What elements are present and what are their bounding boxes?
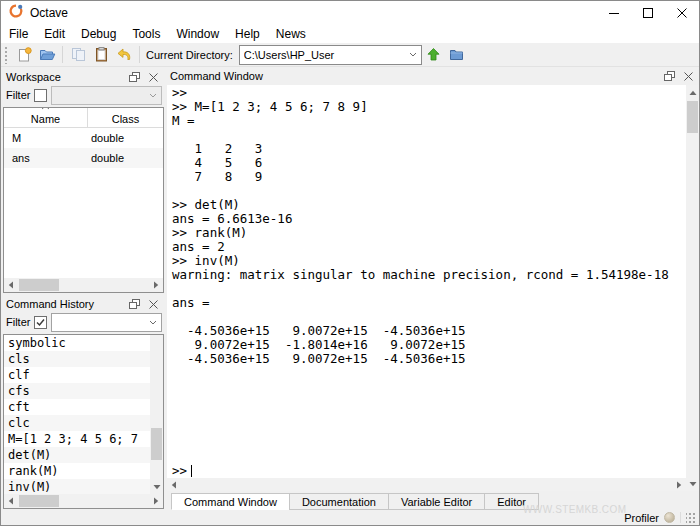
command-output: >> >> M=[1 2 3; 4 5 6; 7 8 9] M = 1 2 3 …: [167, 85, 686, 464]
workspace-filter-combobox[interactable]: [51, 86, 162, 105]
command-history-list: symbolic cls clf cfs cft clc M=[1 2 3; 4…: [3, 334, 164, 509]
history-item[interactable]: inv(M): [4, 479, 150, 494]
history-filter-checkbox[interactable]: [34, 316, 47, 329]
menu-news[interactable]: News: [268, 27, 314, 41]
menu-help[interactable]: Help: [227, 27, 268, 41]
octave-logo-icon: [8, 3, 24, 23]
tab-command-window[interactable]: Command Window: [171, 493, 290, 510]
workspace-panel-header: Workspace: [3, 68, 164, 86]
prompt-symbol: >>: [172, 463, 187, 478]
close-icon[interactable]: [146, 70, 160, 84]
profiler-icon[interactable]: [664, 512, 675, 523]
main-area: Workspace Filter: [1, 67, 699, 510]
history-item[interactable]: cft: [4, 399, 150, 415]
history-filter-combobox[interactable]: [51, 313, 162, 332]
undock-icon[interactable]: [127, 297, 141, 311]
variable-name: M: [4, 132, 88, 144]
command-window-panel-header: Command Window: [167, 67, 699, 85]
history-item[interactable]: clc: [4, 415, 150, 431]
variable-name: ans: [4, 152, 88, 164]
text-cursor: [191, 465, 192, 477]
menu-window[interactable]: Window: [168, 27, 227, 41]
column-header-class[interactable]: Class: [88, 108, 163, 127]
tab-documentation[interactable]: Documentation: [289, 493, 389, 510]
scrollbar-thumb[interactable]: [151, 428, 162, 460]
paste-button[interactable]: [90, 44, 112, 66]
menu-tools[interactable]: Tools: [124, 27, 168, 41]
chevron-down-icon: [145, 93, 161, 98]
workspace-horizontal-scrollbar[interactable]: [4, 278, 163, 292]
table-row[interactable]: M double: [4, 128, 163, 148]
left-dock: Workspace Filter: [1, 67, 165, 510]
command-window-horizontal-scrollbar[interactable]: [167, 478, 686, 491]
scroll-left-icon[interactable]: [4, 278, 18, 292]
workspace-filter-label: Filter: [6, 89, 30, 101]
workspace-title: Workspace: [6, 71, 122, 83]
maximize-button[interactable]: [631, 1, 665, 25]
copy-button[interactable]: [67, 44, 89, 66]
current-directory-combobox[interactable]: C:\Users\HP_User: [239, 45, 422, 65]
scrollbar-thumb[interactable]: [19, 495, 59, 507]
close-icon[interactable]: [146, 297, 160, 311]
resize-grip-icon[interactable]: [686, 512, 696, 524]
current-directory-label: Current Directory:: [146, 49, 233, 61]
command-window-body[interactable]: >> >> M=[1 2 3; 4 5 6; 7 8 9] M = 1 2 3 …: [167, 85, 699, 491]
scrollbar-thumb[interactable]: [19, 279, 59, 291]
directory-up-button[interactable]: [423, 44, 445, 66]
menu-file[interactable]: File: [1, 27, 36, 41]
undock-icon[interactable]: [127, 70, 141, 84]
history-item[interactable]: rank(M): [4, 463, 150, 479]
scroll-left-icon[interactable]: [4, 494, 18, 508]
toolbar-drag-handle[interactable]: [4, 46, 9, 64]
window-title: Octave: [30, 6, 68, 20]
history-items: symbolic cls clf cfs cft clc M=[1 2 3; 4…: [4, 335, 150, 494]
history-item[interactable]: symbolic: [4, 335, 150, 351]
status-separator: [680, 512, 681, 523]
toolbar-separator: [139, 46, 140, 63]
column-header-name[interactable]: Name: [4, 108, 88, 127]
scroll-down-icon[interactable]: [150, 480, 163, 494]
menu-edit[interactable]: Edit: [36, 27, 73, 41]
scrollbar-thumb[interactable]: [687, 101, 698, 133]
workspace-filter-checkbox[interactable]: [34, 89, 47, 102]
octave-window: Octave File Edit Debug Tools Window Help…: [0, 0, 700, 526]
tab-variable-editor[interactable]: Variable Editor: [388, 493, 485, 510]
history-item[interactable]: M=[1 2 3; 4 5 6; 7: [4, 431, 150, 447]
menu-bar: File Edit Debug Tools Window Help News: [1, 25, 699, 43]
current-directory-value: C:\Users\HP_User: [244, 49, 405, 61]
command-window-dock: Command Window >> >> M=[1 2 3; 4 5 6; 7 …: [167, 67, 699, 510]
checkmark-icon: [36, 318, 45, 327]
minimize-button[interactable]: [597, 1, 631, 25]
profiler-label: Profiler: [624, 512, 659, 524]
history-horizontal-scrollbar[interactable]: [4, 494, 163, 508]
watermark: WWW.STEMKB.COM: [523, 504, 626, 515]
scroll-up-icon[interactable]: [686, 86, 699, 100]
variable-class: double: [88, 132, 163, 144]
scroll-right-icon[interactable]: [672, 478, 686, 492]
history-item[interactable]: cls: [4, 351, 150, 367]
scroll-left-icon[interactable]: [167, 478, 181, 492]
chevron-down-icon[interactable]: [145, 320, 161, 325]
chevron-down-icon[interactable]: [405, 52, 421, 57]
browse-directory-button[interactable]: [446, 44, 468, 66]
undock-icon[interactable]: [662, 69, 676, 83]
new-script-button[interactable]: [13, 44, 35, 66]
command-window-panel: Command Window >> >> M=[1 2 3; 4 5 6; 7 …: [167, 67, 699, 491]
scroll-down-icon[interactable]: [686, 477, 699, 491]
close-button[interactable]: [665, 1, 699, 25]
open-file-button[interactable]: [36, 44, 58, 66]
workspace-table: Name Class M double ans double: [3, 107, 164, 293]
scroll-right-icon[interactable]: [149, 494, 163, 508]
history-item[interactable]: clf: [4, 367, 150, 383]
close-icon[interactable]: [681, 69, 695, 83]
table-row[interactable]: ans double: [4, 148, 163, 168]
command-window-vertical-scrollbar[interactable]: [686, 85, 699, 491]
scroll-right-icon[interactable]: [149, 278, 163, 292]
history-vertical-scrollbar[interactable]: [150, 335, 163, 494]
menu-debug[interactable]: Debug: [73, 27, 124, 41]
undo-button[interactable]: [113, 44, 135, 66]
main-toolbar: Current Directory: C:\Users\HP_User: [1, 43, 699, 67]
command-prompt-line[interactable]: >>: [167, 464, 686, 478]
history-item[interactable]: cfs: [4, 383, 150, 399]
history-item[interactable]: det(M): [4, 447, 150, 463]
